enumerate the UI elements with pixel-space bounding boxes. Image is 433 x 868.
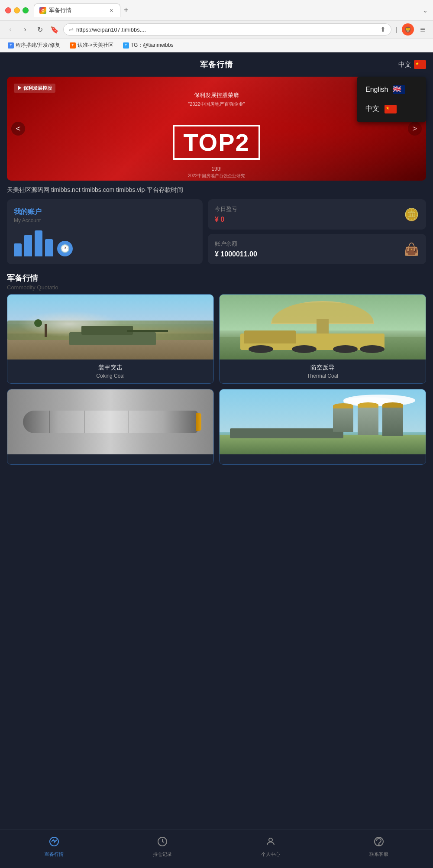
- commodity-cn-2: 防空反导: [224, 364, 421, 372]
- chart-bar-3: [35, 230, 42, 256]
- banner-award-text: 2022中国房地产百强企业研究: [173, 173, 260, 179]
- company-logo-text: ▶ 保利发展控股: [14, 84, 55, 93]
- commodity-image-1: [7, 295, 213, 360]
- lang-option-english[interactable]: English: [357, 80, 426, 99]
- menu-button[interactable]: ≡: [417, 23, 429, 36]
- account-title-cn: 我的账户: [14, 207, 196, 217]
- close-traffic-light[interactable]: [5, 7, 11, 13]
- bottom-nav: 军备行情 持仓记录 个人中心: [0, 829, 433, 832]
- title-bar: ⚙ 军备行情 × + ⌄: [0, 0, 433, 20]
- app-content: 军备行情 中文 English 中文 ▶ 保利发展控股 保利发展控股: [0, 52, 433, 832]
- language-switcher[interactable]: 中文: [398, 60, 426, 69]
- commodity-labels-2: 防空反导 Thermal Coal: [220, 360, 426, 383]
- chart-clock-icon: 🕐: [57, 241, 73, 256]
- commodity-en-1: Coking Coal: [12, 373, 209, 379]
- lang-chinese-label: 中文: [365, 104, 379, 113]
- balance-box[interactable]: 账户余额 ¥ 1000011.00 👜: [208, 234, 426, 264]
- section-title-en: Commodity Quotatio: [7, 284, 426, 291]
- today-profit-label: 今日盈亏: [215, 205, 237, 213]
- traffic-lights: [5, 7, 29, 13]
- commodity-labels-4: [220, 454, 426, 464]
- commodity-card-4[interactable]: [219, 389, 426, 465]
- bookmark-label-3: TG：@tianmeibbs: [131, 42, 174, 49]
- commodity-card-1[interactable]: 装甲突击 Coking Coal: [7, 294, 214, 384]
- separator: |: [394, 26, 399, 33]
- address-bar[interactable]: ⇌ https://weipan107.timibbs.... ⬆: [63, 23, 391, 36]
- tank-image: [7, 295, 213, 360]
- today-profit-value: ¥ 0: [215, 216, 237, 223]
- uk-flag-icon: [393, 85, 405, 94]
- commodity-image-3: [7, 389, 213, 454]
- account-title-en: My Account: [14, 217, 196, 223]
- share-button[interactable]: ⬆: [380, 26, 386, 33]
- lang-english-label: English: [365, 86, 388, 94]
- browser-chrome: ⚙ 军备行情 × + ⌄ ‹ › ↻ 🔖 ⇌ https://weipan107…: [0, 0, 433, 52]
- bookmark-item-2[interactable]: T 认准->天美社区: [66, 40, 117, 50]
- brave-shield-button[interactable]: 🦁: [402, 23, 414, 36]
- commodity-image-4: [220, 389, 426, 454]
- url-text: https://weipan107.timibbs....: [76, 26, 378, 33]
- chart-bar-2: [24, 235, 32, 256]
- app-header: 军备行情 中文: [0, 52, 433, 77]
- account-chart: 🕐: [14, 230, 196, 256]
- bookmarks-bar: T 程序搭建/开发/修复 T 认准->天美社区 T TG：@tianmeibbs: [0, 38, 433, 52]
- chart-bar-4: [45, 239, 53, 256]
- cn-flag-icon-2: [385, 105, 397, 113]
- banner-award-num: 19th: [173, 166, 260, 172]
- bookmark-label-2: 认准->天美社区: [78, 42, 113, 49]
- refresh-button[interactable]: ↻: [34, 23, 46, 36]
- marquee-bar: 天美社区源码网 timibbs.net timibbs.com timibbs.…: [0, 181, 433, 199]
- page-title: 军备行情: [200, 59, 233, 70]
- account-stats: 今日盈亏 ¥ 0 🪙 账户余额 ¥ 1000011.00 👜: [208, 199, 426, 264]
- banner-subtitle: 保利发展控股荣膺: [173, 91, 260, 99]
- bookmark-label-1: 程序搭建/开发/修复: [16, 42, 60, 49]
- balance-value: ¥ 1000011.00: [215, 250, 257, 258]
- bullet-image: [7, 389, 213, 454]
- maximize-traffic-light[interactable]: [23, 7, 29, 13]
- wallet-icon: 👜: [404, 242, 419, 256]
- tab-title: 军备行情: [49, 6, 105, 14]
- language-dropdown: English 中文: [357, 77, 426, 122]
- commodity-image-2: [220, 295, 426, 360]
- profit-icon: 🪙: [404, 207, 419, 222]
- tab-favicon: ⚙: [39, 7, 46, 14]
- commodity-labels-1: 装甲突击 Coking Coal: [7, 360, 213, 383]
- browser-tab[interactable]: ⚙ 军备行情 ×: [34, 3, 120, 17]
- radar-image: [220, 295, 426, 360]
- banner-main-content: 保利发展控股荣膺 "2022中国房地产百强企业" TOP2 19th 2022中…: [173, 91, 260, 179]
- current-lang-text: 中文: [398, 61, 411, 69]
- minimize-traffic-light[interactable]: [14, 7, 20, 13]
- missile-image: [220, 389, 426, 454]
- commodity-grid: 装甲突击 Coking Coal: [0, 294, 433, 465]
- commodity-labels-3: [7, 454, 213, 464]
- banner-top2-text: TOP2: [173, 125, 260, 160]
- secure-icon: ⇌: [69, 26, 74, 33]
- bookmark-button[interactable]: 🔖: [48, 23, 61, 36]
- bookmark-item-1[interactable]: T 程序搭建/开发/修复: [4, 40, 64, 50]
- back-button[interactable]: ‹: [4, 23, 16, 36]
- balance-label: 账户余额: [215, 240, 257, 248]
- banner-logo: ▶ 保利发展控股: [14, 84, 55, 93]
- bookmark-favicon-3: T: [123, 42, 129, 49]
- account-section: 我的账户 My Account 🕐 今日盈亏 ¥ 0 🪙 账户余: [7, 199, 426, 264]
- today-profit-box[interactable]: 今日盈亏 ¥ 0 🪙: [208, 199, 426, 230]
- chart-bar-1: [14, 243, 22, 256]
- banner-subtitle2: "2022中国房地产百强企业": [173, 101, 260, 107]
- tab-close-button[interactable]: ×: [108, 7, 115, 14]
- forward-button[interactable]: ›: [19, 23, 31, 36]
- nav-bar: ‹ › ↻ 🔖 ⇌ https://weipan107.timibbs.... …: [0, 20, 433, 38]
- cn-flag-icon: [414, 60, 426, 69]
- my-account-card[interactable]: 我的账户 My Account 🕐: [7, 199, 203, 264]
- commodity-card-3[interactable]: [7, 389, 214, 465]
- marquee-text: 天美社区源码网 timibbs.net timibbs.com timibbs.…: [7, 186, 183, 193]
- bookmark-item-3[interactable]: T TG：@tianmeibbs: [120, 40, 177, 50]
- commodity-en-2: Thermal Coal: [224, 373, 421, 379]
- lang-option-chinese[interactable]: 中文: [357, 99, 426, 119]
- section-title-cn: 军备行情: [7, 273, 426, 283]
- bookmark-favicon-2: T: [70, 42, 76, 49]
- commodity-section-header: 军备行情 Commodity Quotatio: [0, 264, 433, 294]
- tabs-chevron[interactable]: ⌄: [423, 7, 428, 14]
- commodity-card-2[interactable]: 防空反导 Thermal Coal: [219, 294, 426, 384]
- tab-bar: ⚙ 军备行情 × + ⌄: [34, 3, 428, 17]
- new-tab-button[interactable]: +: [124, 6, 129, 15]
